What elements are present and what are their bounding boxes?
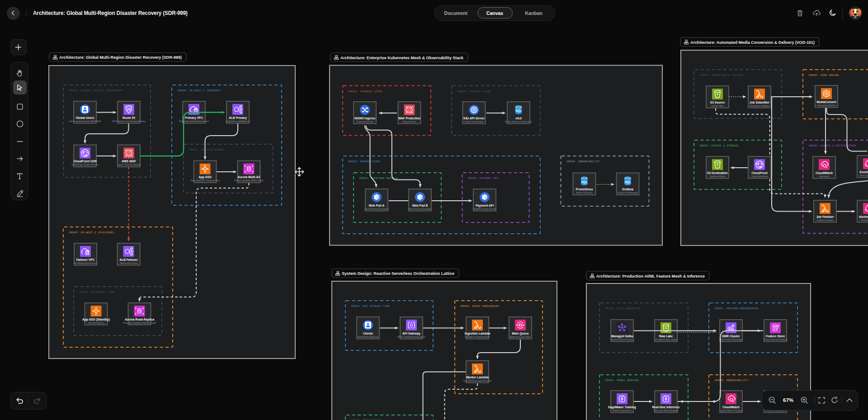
svg-text:Upload Video: Upload Video bbox=[711, 105, 724, 107]
svg-text:Job Submitter: Job Submitter bbox=[750, 101, 770, 104]
svg-text:Auto-scaled EC2 Compute Fleet: Auto-scaled EC2 Compute Fleet bbox=[190, 179, 220, 182]
svg-text:Production Model Endpoint: Production Model Endpoint bbox=[654, 410, 679, 412]
svg-text:EMR Cluster: EMR Cluster bbox=[722, 335, 740, 338]
svg-text:AWS WAF: AWS WAF bbox=[122, 160, 136, 163]
svg-text:GROUP: DATA INGESTION: GROUP: DATA INGESTION bbox=[605, 307, 641, 310]
svg-text:WAF Protection: WAF Protection bbox=[398, 117, 420, 120]
svg-text:Web Pod A: Web Pod A bbox=[369, 204, 385, 207]
svg-text:Primary VPC: Primary VPC bbox=[185, 116, 203, 120]
svg-text:EventBridge: EventBridge bbox=[860, 170, 868, 174]
svg-text:Mobile/Web Endpoints: Mobile/Web Endpoints bbox=[358, 336, 378, 338]
svg-text:GROUP: SECONDARY TIER: GROUP: SECONDARY TIER bbox=[80, 291, 115, 294]
svg-text:Validation & Transformation: Validation & Transformation bbox=[465, 336, 490, 338]
svg-text:Cluster Orchestrator: Cluster Orchestrator bbox=[465, 121, 483, 123]
svg-text:GROUP: WORKER FLEET: GROUP: WORKER FLEET bbox=[349, 160, 381, 163]
svg-text:Primary Database (Writer State: Primary Database (Writer State) bbox=[234, 179, 264, 182]
svg-text:Cluster State Key-Value Store: Cluster State Key-Value Store bbox=[505, 121, 533, 123]
svg-text:GROUP: US-WEST-2 (FAILOVER): GROUP: US-WEST-2 (FAILOVER) bbox=[69, 231, 115, 234]
svg-text:Transcoding Pipeline: Transcoding Pipeline bbox=[817, 104, 836, 107]
svg-text:S3 Source: S3 Source bbox=[710, 101, 725, 104]
svg-text:etcd: etcd bbox=[515, 117, 522, 120]
svg-text:Dormant Capacity: Dormant Capacity bbox=[88, 322, 104, 324]
svg-text:Route 53: Route 53 bbox=[123, 116, 135, 119]
svg-text:Optimized Media: Optimized Media bbox=[710, 175, 726, 178]
svg-text:GROUP: US-EAST-1 (PRIMARY): GROUP: US-EAST-1 (PRIMARY) bbox=[178, 89, 222, 92]
svg-text:Aurora Read-Replica: Aurora Read-Replica bbox=[125, 318, 155, 321]
svg-text:ALB Primary: ALB Primary bbox=[229, 116, 247, 120]
svg-text:Cluster Entry point: Cluster Entry point bbox=[356, 121, 373, 123]
svg-text:GROUP: INGRESS LAYER: GROUP: INGRESS LAYER bbox=[349, 90, 382, 93]
svg-text:GROUP: GLOBAL TRAFFIC MANAGEME: GROUP: GLOBAL TRAFFIC MANAGEMENT bbox=[69, 89, 123, 92]
svg-text:Online Inference Features: Online Inference Features bbox=[764, 339, 788, 341]
svg-text:Managed Kafka: Managed Kafka bbox=[611, 335, 633, 338]
svg-text:Core Business Logic Processor: Core Business Logic Processor bbox=[463, 380, 492, 382]
svg-text:Buffer for Surge Traffic: Buffer for Surge Traffic bbox=[510, 336, 531, 338]
svg-text:Feature Store: Feature Store bbox=[766, 335, 785, 338]
svg-text:GROUP: OBSERVABILITY: GROUP: OBSERVABILITY bbox=[715, 379, 749, 382]
svg-text:Analytics Dashboards: Analytics Dashboards bbox=[618, 192, 638, 194]
svg-text:Payment API: Payment API bbox=[476, 204, 494, 208]
svg-text:Application Load Balancer: Application Load Balancer bbox=[226, 120, 250, 123]
svg-text:React Frontend Container: React Frontend Container bbox=[408, 208, 432, 210]
svg-text:Go/gRPC Secure Service: Go/gRPC Secure Service bbox=[473, 208, 496, 210]
svg-text:Worker Lambda: Worker Lambda bbox=[466, 376, 489, 379]
svg-text:GROUP: INGESTION & TRIGGER: GROUP: INGESTION & TRIGGER bbox=[700, 74, 744, 77]
svg-text:GROUP: CORE ENGINE: GROUP: CORE ENGINE bbox=[809, 74, 839, 77]
svg-text:Main Queue: Main Queue bbox=[512, 332, 529, 335]
svg-text:CloudWatch: CloudWatch bbox=[722, 406, 740, 409]
svg-text:Raw Lake: Raw Lake bbox=[659, 335, 673, 338]
svg-text:Alertmanager: Alertmanager bbox=[859, 215, 868, 219]
svg-text:CloudWatch: CloudWatch bbox=[816, 171, 833, 175]
svg-text:GROUP: ASYNC PROCESSING: GROUP: ASYNC PROCESSING bbox=[461, 305, 500, 308]
svg-text:Monitoring: Monitoring bbox=[819, 175, 829, 178]
svg-text:CloudFront CDN: CloudFront CDN bbox=[73, 160, 97, 163]
svg-text:GROUP: OBSERVABILITY: GROUP: OBSERVABILITY bbox=[566, 160, 600, 163]
svg-text:Centralized Data Landing: Centralized Data Landing bbox=[654, 339, 678, 341]
svg-text:Architecture: Production AI/ML: Architecture: Production AI/ML Feature M… bbox=[596, 274, 705, 278]
svg-text:Architecture: Enterprise Kuber: Architecture: Enterprise Kubernetes Mesh… bbox=[340, 55, 464, 60]
svg-text:Finalize & Update: Finalize & Update bbox=[817, 219, 833, 222]
svg-text:Hot-Standby Environment: Hot-Standby Environment bbox=[74, 262, 98, 264]
svg-text:GROUP: API GATEWAY TIER: GROUP: API GATEWAY TIER bbox=[351, 305, 390, 308]
svg-text:Architecture: Global Multi-Reg: Architecture: Global Multi-Region Disast… bbox=[59, 55, 182, 60]
svg-text:Model Development: Model Development bbox=[613, 410, 632, 412]
svg-text:GROUP: MODEL SERVING: GROUP: MODEL SERVING bbox=[605, 379, 639, 382]
svg-text:Real-time Event Stream: Real-time Event Stream bbox=[611, 339, 633, 341]
svg-text:Grafana: Grafana bbox=[622, 188, 633, 191]
svg-text:MediaConvert: MediaConvert bbox=[816, 100, 836, 104]
svg-text:K8s API Server: K8s API Server bbox=[463, 117, 485, 120]
svg-text:Passive Entry Point: Passive Entry Point bbox=[120, 262, 138, 264]
svg-text:Global Distribution: Global Distribution bbox=[751, 175, 768, 178]
svg-text:Rule Orchestration: Rule Orchestration bbox=[860, 175, 868, 177]
svg-text:REST & WebSocket Endpoints: REST & WebSocket Endpoints bbox=[397, 336, 426, 338]
svg-text:Layer 7 Security Filtering: Layer 7 Security Filtering bbox=[118, 164, 141, 166]
svg-text:Architecture: Automated Media: Architecture: Automated Media Conversion… bbox=[690, 40, 815, 45]
svg-text:CloudFront: CloudFront bbox=[751, 171, 768, 175]
svg-text:GROUP: PRIVATE SUBNET: GROUP: PRIVATE SUBNET bbox=[189, 148, 225, 151]
svg-text:SNS/Slack Alerts: SNS/Slack Alerts bbox=[861, 219, 868, 222]
svg-text:Global Edge Content Delivery: Global Edge Content Delivery bbox=[71, 164, 99, 166]
svg-text:Prometheus: Prometheus bbox=[576, 188, 593, 191]
svg-text:SageMaker Training: SageMaker Training bbox=[608, 406, 636, 409]
svg-text:React Frontend Container: React Frontend Container bbox=[365, 208, 389, 210]
svg-text:Real-time Inference: Real-time Inference bbox=[652, 406, 680, 409]
svg-text:Edge Security: Edge Security bbox=[403, 121, 416, 123]
svg-text:GROUP: OUTPUT & STORAGE: GROUP: OUTPUT & STORAGE bbox=[700, 144, 739, 147]
svg-text:Logs & Metrics Tracking: Logs & Metrics Tracking bbox=[720, 410, 742, 412]
svg-text:Job Finisher: Job Finisher bbox=[816, 215, 834, 218]
svg-text:Aurora Multi-AZ: Aurora Multi-AZ bbox=[238, 175, 260, 179]
svg-text:GROUP: FEATURE ENGINEERING: GROUP: FEATURE ENGINEERING bbox=[715, 307, 759, 310]
svg-text:Failover VPC: Failover VPC bbox=[76, 258, 95, 261]
svg-text:NGINX Ingress: NGINX Ingress bbox=[354, 117, 376, 120]
svg-text:System Design: Reactive Server: System Design: Reactive Serverless Orche… bbox=[342, 271, 454, 276]
svg-text:Metadata & Validation: Metadata & Validation bbox=[750, 105, 770, 107]
svg-text:Ingestion Lambda: Ingestion Lambda bbox=[465, 332, 491, 335]
svg-text:App ASG (Standby): App ASG (Standby) bbox=[82, 318, 110, 321]
svg-text:GROUP: CONTROL PLANE: GROUP: CONTROL PLANE bbox=[458, 90, 491, 93]
svg-text:Clients: Clients bbox=[363, 332, 373, 335]
svg-text:Clients accessing from Web/Mob: Clients accessing from Web/Mobile bbox=[69, 120, 101, 123]
svg-text:DNS Failover & Geolocation Rou: DNS Failover & Geolocation Routing bbox=[112, 120, 146, 123]
svg-text:GROUP: PAYMENT API: GROUP: PAYMENT API bbox=[468, 177, 498, 180]
svg-text:Secondary Database (Reader Nod: Secondary Database (Reader Node) bbox=[123, 322, 156, 324]
svg-text:Web Pod B: Web Pod B bbox=[412, 204, 428, 207]
